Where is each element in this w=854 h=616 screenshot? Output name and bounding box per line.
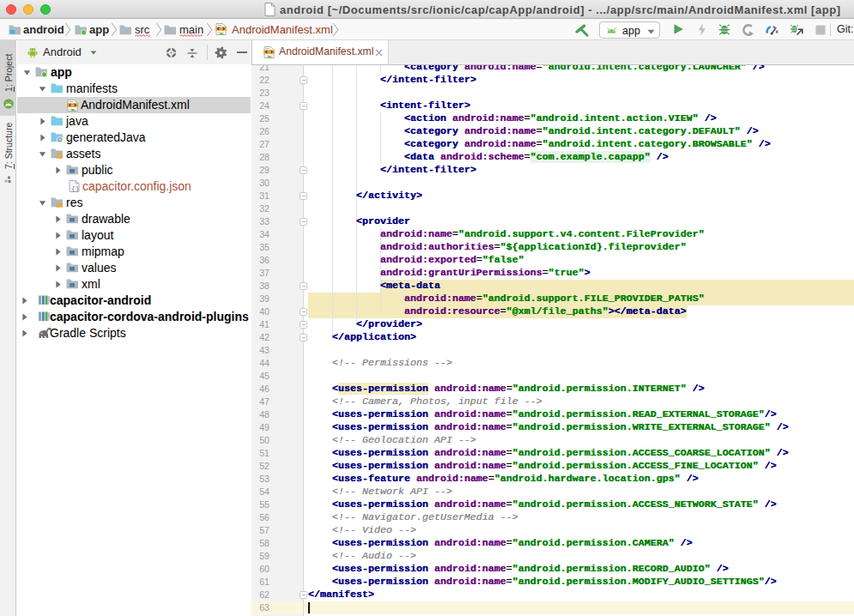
svg-text:{}: {} — [71, 184, 80, 192]
